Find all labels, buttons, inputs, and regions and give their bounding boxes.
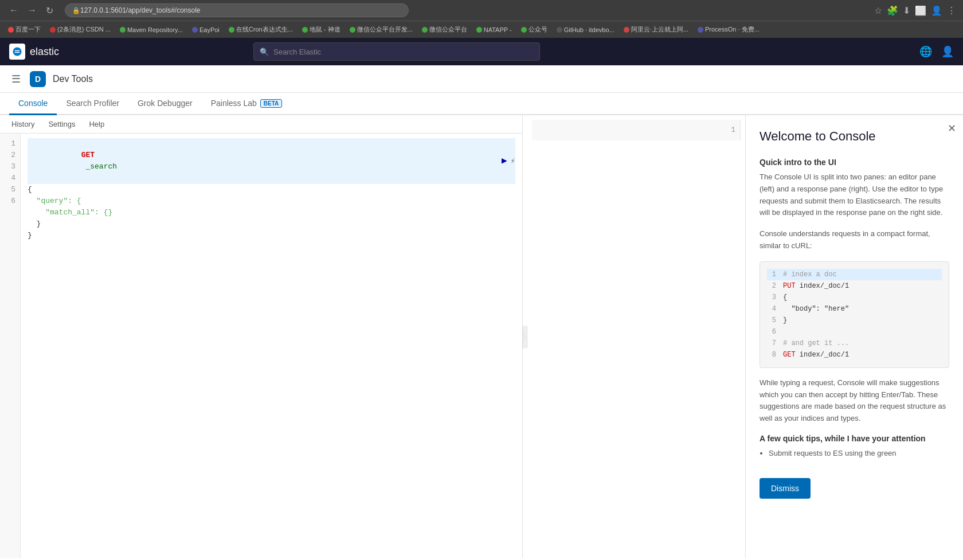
code-line-4: "match_all": {} xyxy=(28,207,515,218)
url-bar[interactable]: 🔒 127.0.0.1:5601/app/dev_tools#/console xyxy=(65,3,409,17)
quick-intro-section: Quick intro to the UI The Console UI is … xyxy=(760,158,949,219)
tab-search-profiler-label: Search Profiler xyxy=(66,99,119,108)
tab-grok-debugger-label: Grok Debugger xyxy=(138,99,193,108)
suggestions-section: While typing a request, Console will mak… xyxy=(760,377,949,425)
global-search[interactable]: 🔍 Search Elastic xyxy=(253,42,540,61)
app-title: Dev Tools xyxy=(53,74,93,84)
history-button[interactable]: History xyxy=(9,119,37,130)
code-line-3: "query": { xyxy=(28,195,515,207)
welcome-close-button[interactable]: ✕ xyxy=(948,122,956,135)
menu-dots-icon[interactable]: ⋮ xyxy=(947,5,956,16)
resize-handle[interactable]: ⋮ xyxy=(523,326,527,348)
quick-intro-title: Quick intro to the UI xyxy=(760,158,949,167)
line-numbers: 1 2 3 4 5 6 xyxy=(0,134,21,558)
code-example-line-7: 7 # and get it ... xyxy=(767,338,942,349)
bookmarks-bar: 百度一下 (2条消息) CSDN ... Maven Repository...… xyxy=(0,21,963,38)
back-button[interactable]: ← xyxy=(7,4,21,17)
tips-section: A few quick tips, while I have your atte… xyxy=(760,434,949,460)
bookmark-dishu[interactable]: 地鼠 - 神道 xyxy=(299,24,344,35)
compact-format-section: Console understands requests in a compac… xyxy=(760,228,949,368)
refresh-button[interactable]: ↻ xyxy=(44,4,56,17)
elastic-logo-icon xyxy=(9,44,25,60)
bookmark-wechat[interactable]: 微信公众平台 xyxy=(418,24,471,35)
tab-painless-lab[interactable]: Painless Lab BETA xyxy=(202,93,292,115)
window-icon[interactable]: ⬜ xyxy=(915,5,926,16)
code-example-line-8: 8 GET index/_doc/1 xyxy=(767,349,942,361)
help-globe-icon[interactable]: 🌐 xyxy=(919,45,932,58)
token-url: _search xyxy=(81,162,117,171)
svg-point-0 xyxy=(13,48,22,56)
tips-title: A few quick tips, while I have your atte… xyxy=(760,434,949,443)
line-actions: ▶ ⚡ xyxy=(497,155,515,167)
bookmark-processon[interactable]: ProcessOn · 免费... xyxy=(694,24,763,35)
code-example-block: 1 # index a doc 2 PUT index/_doc/1 3 { 4… xyxy=(760,261,949,368)
user-avatar-icon[interactable]: 👤 xyxy=(941,45,954,58)
bookmark-baidu[interactable]: 百度一下 xyxy=(5,24,44,35)
settings-button[interactable]: Settings xyxy=(46,119,77,130)
code-example-line-5: 5 } xyxy=(767,315,942,326)
tab-search-profiler[interactable]: Search Profiler xyxy=(57,93,128,115)
editor-area[interactable]: 1 2 3 4 5 6 GET _search ▶ ⚡ xyxy=(0,134,522,558)
code-line-6: } xyxy=(28,230,515,241)
hamburger-button[interactable]: ☰ xyxy=(9,71,23,88)
app-icon-badge: D xyxy=(30,71,46,87)
bookmark-aliyun[interactable]: 阿里云·上云就上阿... xyxy=(620,24,692,35)
code-example-line-4: 4 "body": "here" xyxy=(767,303,942,315)
tab-console[interactable]: Console xyxy=(9,93,57,115)
suggestions-text: While typing a request, Console will mak… xyxy=(760,377,949,425)
forward-button[interactable]: → xyxy=(25,4,39,17)
beta-badge: BETA xyxy=(260,99,282,108)
code-line-1: GET _search ▶ ⚡ xyxy=(28,138,515,184)
main-content: History Settings Help 1 2 3 4 5 6 GET _s… xyxy=(0,115,963,558)
code-content[interactable]: GET _search ▶ ⚡ { "query": { xyxy=(21,134,522,558)
code-example-line-6: 6 xyxy=(767,326,942,338)
browser-bar: ← → ↻ 🔒 127.0.0.1:5601/app/dev_tools#/co… xyxy=(0,0,963,21)
kibana-header: elastic 🔍 Search Elastic 🌐 👤 xyxy=(0,38,963,65)
bookmark-cron[interactable]: 在线Cron表达式生... xyxy=(225,24,296,35)
browser-actions: ☆ 🧩 ⬇ ⬜ 👤 ⋮ xyxy=(874,5,956,16)
quick-intro-text: The Console UI is split into two panes: … xyxy=(760,171,949,219)
code-text-1: GET _search xyxy=(28,138,117,184)
welcome-panel: ✕ Welcome to Console Quick intro to the … xyxy=(745,115,963,558)
bookmark-eaypoi[interactable]: EayPoi xyxy=(189,25,223,34)
app-toolbar: ☰ D Dev Tools xyxy=(0,65,963,93)
wrench-button[interactable]: ⚡ xyxy=(511,155,515,167)
tab-console-label: Console xyxy=(18,99,48,108)
compact-format-text: Console understands requests in a compac… xyxy=(760,228,949,252)
dev-tabs: Console Search Profiler Grok Debugger Pa… xyxy=(0,93,963,115)
editor-toolbar: History Settings Help xyxy=(0,115,522,134)
extensions-icon[interactable]: 🧩 xyxy=(887,5,898,16)
bookmark-gongzhonghao[interactable]: 公众号 xyxy=(518,24,551,35)
search-icon: 🔍 xyxy=(260,48,269,56)
code-example-line-2: 2 PUT index/_doc/1 xyxy=(767,280,942,292)
code-example-line-3: 3 { xyxy=(767,292,942,303)
search-placeholder: Search Elastic xyxy=(273,48,321,56)
elastic-logo-text: elastic xyxy=(30,46,59,58)
bookmark-github[interactable]: GitHub · itdevbo... xyxy=(553,25,618,34)
url-text: 127.0.0.1:5601/app/dev_tools#/console xyxy=(80,6,201,14)
token-method: GET xyxy=(81,151,95,159)
tips-list: Submit requests to ES using the green xyxy=(760,448,949,460)
code-line-2: { xyxy=(28,184,515,195)
welcome-title: Welcome to Console xyxy=(760,129,949,144)
code-line-5: } xyxy=(28,218,515,230)
bookmark-csdn[interactable]: (2条消息) CSDN ... xyxy=(46,24,114,35)
bookmark-maven[interactable]: Maven Repository... xyxy=(116,25,186,34)
profile-icon[interactable]: 👤 xyxy=(931,5,942,16)
tab-painless-lab-label: Painless Lab xyxy=(211,99,257,108)
tab-grok-debugger[interactable]: Grok Debugger xyxy=(128,93,202,115)
header-right: 🌐 👤 xyxy=(919,45,954,58)
elastic-logo[interactable]: elastic xyxy=(9,44,59,60)
code-example-line-1: 1 # index a doc xyxy=(767,269,942,280)
bookmark-star-icon[interactable]: ☆ xyxy=(874,5,882,16)
help-button[interactable]: Help xyxy=(87,119,107,130)
editor-panel: History Settings Help 1 2 3 4 5 6 GET _s… xyxy=(0,115,523,558)
bookmark-wechat-dev[interactable]: 微信公众平台开发... xyxy=(346,24,416,35)
download-icon[interactable]: ⬇ xyxy=(903,5,910,16)
response-panel: 1 xyxy=(527,115,745,558)
run-button[interactable]: ▶ xyxy=(502,155,507,167)
dismiss-section: Dismiss xyxy=(760,473,949,499)
lock-icon: 🔒 xyxy=(72,7,80,14)
bookmark-natapp[interactable]: NATAPP - xyxy=(473,25,515,34)
dismiss-button[interactable]: Dismiss xyxy=(760,478,811,499)
